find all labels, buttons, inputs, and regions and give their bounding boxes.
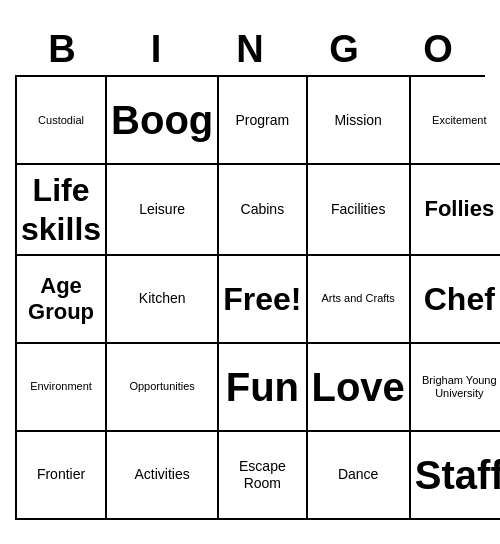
- bingo-cell: Kitchen: [107, 256, 219, 344]
- cell-text: Staff: [415, 451, 500, 499]
- bingo-cell: Follies: [411, 165, 500, 256]
- bingo-cell: Facilities: [308, 165, 411, 256]
- cell-text: Chef: [424, 280, 495, 318]
- cell-text: Boog: [111, 96, 213, 144]
- cell-text: Age Group: [21, 273, 101, 326]
- bingo-cell: Excitement: [411, 77, 500, 165]
- bingo-cell: Program: [219, 77, 307, 165]
- bingo-cell: Cabins: [219, 165, 307, 256]
- cell-text: Facilities: [331, 201, 385, 218]
- header-letter: O: [391, 24, 485, 75]
- bingo-cell: Frontier: [17, 432, 107, 520]
- cell-text: Follies: [424, 196, 494, 222]
- cell-text: Program: [236, 112, 290, 129]
- bingo-grid: CustodialBoogProgramMissionExcitementLif…: [15, 75, 485, 520]
- cell-text: Cabins: [241, 201, 285, 218]
- header-letter: N: [203, 24, 297, 75]
- cell-text: Mission: [334, 112, 381, 129]
- bingo-card: BINGO CustodialBoogProgramMissionExcitem…: [15, 24, 485, 520]
- bingo-cell: Staff: [411, 432, 500, 520]
- bingo-header: BINGO: [15, 24, 485, 75]
- bingo-cell: Environment: [17, 344, 107, 432]
- bingo-cell: Age Group: [17, 256, 107, 344]
- bingo-cell: Custodial: [17, 77, 107, 165]
- bingo-cell: Free!: [219, 256, 307, 344]
- bingo-cell: Leisure: [107, 165, 219, 256]
- cell-text: Arts and Crafts: [322, 292, 395, 305]
- bingo-cell: Escape Room: [219, 432, 307, 520]
- cell-text: Free!: [223, 280, 301, 318]
- cell-text: Activities: [135, 466, 190, 483]
- cell-text: Custodial: [38, 114, 84, 127]
- bingo-cell: Brigham Young University: [411, 344, 500, 432]
- bingo-cell: Fun: [219, 344, 307, 432]
- cell-text: Environment: [30, 380, 92, 393]
- cell-text: Brigham Young University: [415, 374, 500, 400]
- bingo-cell: Boog: [107, 77, 219, 165]
- cell-text: Love: [312, 363, 405, 411]
- cell-text: Dance: [338, 466, 378, 483]
- cell-text: Fun: [226, 363, 299, 411]
- cell-text: Life skills: [21, 171, 101, 248]
- bingo-cell: Mission: [308, 77, 411, 165]
- bingo-cell: Opportunities: [107, 344, 219, 432]
- header-letter: B: [15, 24, 109, 75]
- header-letter: I: [109, 24, 203, 75]
- bingo-cell: Arts and Crafts: [308, 256, 411, 344]
- cell-text: Kitchen: [139, 290, 186, 307]
- bingo-cell: Activities: [107, 432, 219, 520]
- bingo-cell: Dance: [308, 432, 411, 520]
- bingo-cell: Love: [308, 344, 411, 432]
- cell-text: Excitement: [432, 114, 486, 127]
- cell-text: Frontier: [37, 466, 85, 483]
- cell-text: Escape Room: [223, 458, 301, 492]
- bingo-cell: Chef: [411, 256, 500, 344]
- cell-text: Leisure: [139, 201, 185, 218]
- cell-text: Opportunities: [129, 380, 194, 393]
- header-letter: G: [297, 24, 391, 75]
- bingo-cell: Life skills: [17, 165, 107, 256]
